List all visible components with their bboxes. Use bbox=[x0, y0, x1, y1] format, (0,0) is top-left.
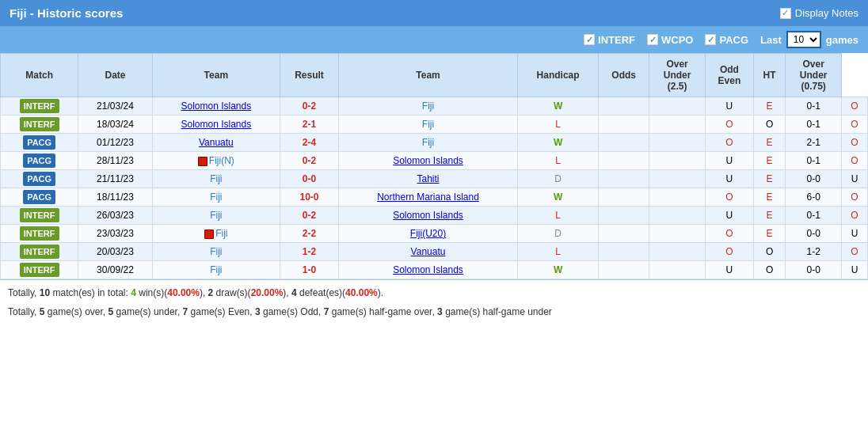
oe-cell: E bbox=[753, 170, 785, 188]
team2-cell: Solomon Islands bbox=[338, 207, 517, 225]
display-notes-checkbox[interactable]: ✓ bbox=[780, 8, 791, 19]
odds-cell bbox=[649, 225, 706, 243]
result-link[interactable]: 2-1 bbox=[303, 119, 316, 130]
result-link[interactable]: 10-0 bbox=[299, 192, 318, 203]
match-type-badge[interactable]: INTERF bbox=[20, 117, 59, 131]
col-handicap: Handicap bbox=[518, 54, 599, 97]
result-link[interactable]: 0-2 bbox=[303, 210, 316, 221]
date-cell: 01/12/23 bbox=[78, 134, 152, 152]
date-cell: 28/11/23 bbox=[78, 152, 152, 170]
handicap-cell bbox=[599, 207, 649, 225]
outcome-cell: W bbox=[518, 261, 599, 279]
team1-link[interactable]: Fiji bbox=[215, 228, 227, 239]
outcome-cell: W bbox=[518, 134, 599, 152]
result-link[interactable]: 0-0 bbox=[303, 173, 316, 184]
table-row: PACG01/12/23Vanuatu2-4FijiWOE2-1O bbox=[1, 134, 868, 152]
team2-link[interactable]: Solomon Islands bbox=[393, 264, 463, 275]
result-link[interactable]: 1-2 bbox=[303, 246, 316, 257]
match-type-cell: PACG bbox=[1, 134, 78, 152]
ou25-cell: U bbox=[705, 97, 753, 116]
ou075-cell: U bbox=[842, 225, 868, 243]
games-count-select[interactable]: 10 20 30 50 bbox=[786, 31, 821, 48]
ht-cell: 0-0 bbox=[786, 170, 842, 188]
date-cell: 18/11/23 bbox=[78, 188, 152, 207]
odds-cell bbox=[649, 243, 706, 261]
team1-link[interactable]: Fiji bbox=[210, 192, 222, 203]
result-link[interactable]: 0-2 bbox=[303, 155, 316, 166]
date-cell: 26/03/23 bbox=[78, 207, 152, 225]
match-type-cell: INTERF bbox=[1, 116, 78, 134]
odds-cell bbox=[649, 97, 706, 116]
ou25-cell: O bbox=[705, 225, 753, 243]
match-type-badge[interactable]: PACG bbox=[23, 135, 55, 150]
date-cell: 30/09/22 bbox=[78, 261, 152, 279]
handicap-cell bbox=[599, 97, 649, 116]
col-odds: Odds bbox=[599, 54, 649, 97]
ht-cell: 0-0 bbox=[786, 261, 842, 279]
ht-cell: 0-1 bbox=[786, 152, 842, 170]
last-games-selector: Last 10 20 30 50 games bbox=[760, 31, 858, 48]
result-link[interactable]: 1-0 bbox=[303, 264, 316, 275]
ou075-cell: O bbox=[842, 207, 868, 225]
last-label: Last bbox=[760, 34, 782, 46]
team2-cell: Fiji bbox=[338, 97, 517, 116]
match-type-badge[interactable]: INTERF bbox=[20, 245, 59, 259]
team1-link[interactable]: Fiji(N) bbox=[209, 155, 234, 166]
date-cell: 21/11/23 bbox=[78, 170, 152, 188]
match-type-cell: INTERF bbox=[1, 225, 78, 243]
team1-link[interactable]: Solomon Islands bbox=[181, 119, 251, 130]
match-type-cell: INTERF bbox=[1, 97, 78, 116]
wcpo-checkbox[interactable]: ✓ bbox=[647, 34, 658, 45]
flag-icon bbox=[204, 229, 214, 239]
pacg-checkbox[interactable]: ✓ bbox=[705, 34, 716, 45]
match-type-badge[interactable]: INTERF bbox=[20, 99, 59, 113]
table-row: INTERF26/03/23Fiji0-2Solomon IslandsLUE0… bbox=[1, 207, 868, 225]
team1-link[interactable]: Solomon Islands bbox=[181, 101, 251, 112]
match-type-badge[interactable]: PACG bbox=[23, 172, 55, 186]
team2-link[interactable]: Fiji(U20) bbox=[410, 228, 446, 239]
team1-link[interactable]: Fiji bbox=[210, 173, 222, 184]
match-type-badge[interactable]: INTERF bbox=[20, 263, 59, 277]
interf-checkbox[interactable]: ✓ bbox=[584, 34, 595, 45]
result-link[interactable]: 2-4 bbox=[303, 137, 316, 148]
pacg-label: PACG bbox=[719, 34, 748, 46]
table-row: INTERF30/09/22Fiji1-0Solomon IslandsWUO0… bbox=[1, 261, 868, 279]
result-cell: 1-0 bbox=[280, 261, 339, 279]
team2-link[interactable]: Tahiti bbox=[417, 173, 440, 184]
team2-link[interactable]: Fiji bbox=[422, 101, 434, 112]
outcome-badge: D bbox=[554, 228, 562, 239]
team1-link[interactable]: Fiji bbox=[210, 246, 222, 257]
result-link[interactable]: 2-2 bbox=[303, 228, 316, 239]
match-type-cell: PACG bbox=[1, 170, 78, 188]
match-type-badge[interactable]: INTERF bbox=[20, 208, 59, 222]
match-type-badge[interactable]: PACG bbox=[23, 154, 55, 168]
team1-cell: Solomon Islands bbox=[152, 116, 280, 134]
team2-link[interactable]: Vanuatu bbox=[411, 246, 446, 257]
handicap-cell bbox=[599, 152, 649, 170]
oe-cell: E bbox=[753, 188, 785, 207]
ou25-cell: U bbox=[705, 170, 753, 188]
filter-wcpo: ✓ WCPO bbox=[647, 34, 693, 46]
match-type-badge[interactable]: INTERF bbox=[20, 226, 59, 241]
historic-scores-table: Match Date Team Result Team Handicap Odd… bbox=[0, 53, 868, 279]
odds-cell bbox=[649, 152, 706, 170]
result-link[interactable]: 0-2 bbox=[303, 101, 316, 112]
oe-cell: O bbox=[753, 116, 785, 134]
team2-link[interactable]: Fiji bbox=[422, 137, 434, 148]
match-type-badge[interactable]: PACG bbox=[23, 190, 55, 204]
outcome-badge: W bbox=[554, 264, 562, 275]
team1-cell: Fiji bbox=[152, 261, 280, 279]
outcome-cell: L bbox=[518, 116, 599, 134]
team1-cell: Solomon Islands bbox=[152, 97, 280, 116]
team1-link[interactable]: Fiji bbox=[210, 210, 222, 221]
team1-link[interactable]: Fiji bbox=[210, 264, 222, 275]
ou25-cell: O bbox=[705, 134, 753, 152]
team2-link[interactable]: Solomon Islands bbox=[393, 155, 463, 166]
team1-link[interactable]: Vanuatu bbox=[199, 137, 234, 148]
team2-link[interactable]: Fiji bbox=[422, 119, 434, 130]
team2-link[interactable]: Northern Mariana Island bbox=[377, 192, 479, 203]
handicap-cell bbox=[599, 188, 649, 207]
outcome-badge: D bbox=[554, 173, 562, 184]
team2-link[interactable]: Solomon Islands bbox=[393, 210, 463, 221]
ou075-cell: O bbox=[842, 243, 868, 261]
